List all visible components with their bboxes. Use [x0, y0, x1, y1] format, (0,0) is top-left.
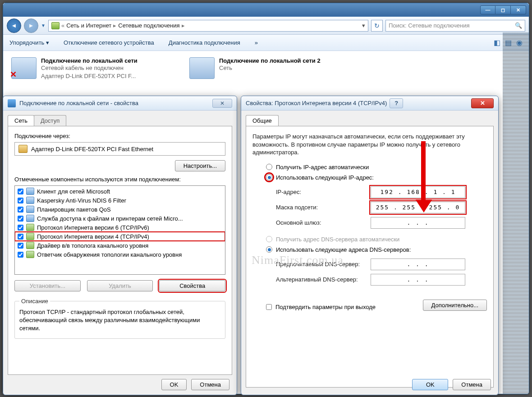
ip-address-input[interactable]: 192 . 168 . 1 . 1: [371, 186, 465, 198]
conn2-status: Сеть: [219, 64, 321, 72]
component-icon: [26, 197, 34, 204]
connection-item-1[interactable]: Подключение по локальной сети Сетевой ка…: [11, 57, 171, 80]
radio-static-dns[interactable]: Использовать следующие адреса DNS-сервер…: [252, 245, 487, 255]
properties-button[interactable]: Свойства: [159, 280, 225, 291]
search-placeholder: Поиск: Сетевые подключения: [389, 22, 470, 29]
components-label: Отмеченные компоненты используются этим …: [14, 176, 225, 183]
component-icon: [26, 251, 34, 258]
minimize-button[interactable]: —: [480, 5, 495, 14]
remove-button[interactable]: Удалить: [87, 280, 153, 291]
dlg1-title-text: Подключение по локальной сети - свойства: [19, 100, 138, 106]
connections-area: Подключение по локальной сети Сетевой ка…: [3, 51, 529, 86]
explorer-toolbar: Упорядочить ▾ Отключение сетевого устрой…: [3, 35, 529, 51]
toolbar-overflow[interactable]: »: [255, 39, 258, 46]
dlg2-titlebar: Свойства: Протокол Интернета версии 4 (T…: [241, 96, 498, 111]
explorer-titlebar: — ◻ ✕: [3, 3, 529, 17]
list-item: Ответчик обнаружения топологии канальног…: [15, 250, 225, 259]
components-list[interactable]: Клиент для сетей Microsoft Kaspersky Ant…: [14, 185, 225, 275]
dlg1-ok-button[interactable]: OK: [161, 379, 187, 390]
history-dropdown-icon[interactable]: ▼: [41, 23, 46, 28]
radio-icon: [266, 174, 272, 180]
radio-icon: [266, 246, 272, 253]
preferred-dns-input[interactable]: . . .: [371, 259, 465, 270]
dlg2-title-text: Свойства: Протокол Интернета версии 4 (T…: [246, 100, 387, 106]
list-item: Клиент для сетей Microsoft: [15, 187, 225, 196]
search-input[interactable]: Поиск: Сетевые подключения 🔍: [385, 20, 525, 32]
close-button[interactable]: ✕: [511, 5, 526, 14]
ipv4-properties-dialog: Свойства: Протокол Интернета версии 4 (T…: [241, 96, 499, 395]
back-button[interactable]: ◄: [7, 18, 21, 33]
component-icon: [26, 206, 34, 213]
adapter-field[interactable]: Адаптер D-Link DFE-520TX PCI Fast Ethern…: [14, 142, 225, 156]
component-icon: [26, 224, 34, 231]
radio-auto-dns: Получить адрес DNS-сервера автоматически: [252, 234, 487, 245]
dlg1-tabs: Сеть Доступ: [3, 111, 237, 126]
component-checkbox[interactable]: [18, 225, 23, 231]
breadcrumb-connections[interactable]: Сетевые подключения: [118, 22, 179, 29]
gateway-label: Основной шлюз:: [276, 219, 371, 226]
radio-static-ip[interactable]: Использовать следующий IP-адрес:: [252, 172, 487, 183]
component-checkbox[interactable]: [18, 243, 23, 249]
component-checkbox[interactable]: [18, 252, 23, 258]
explorer-navbar: ◄ ► ▼ « Сеть и Интернет ▸ Сетевые подклю…: [3, 17, 529, 35]
disable-device-button[interactable]: Отключение сетевого устройства: [64, 39, 154, 46]
connection-item-2[interactable]: Подключение по локальной сети 2 Сеть: [189, 57, 349, 80]
conn1-status: Сетевой кабель не подключен: [41, 64, 138, 72]
forward-button[interactable]: ►: [24, 18, 38, 33]
component-checkbox[interactable]: [18, 189, 23, 194]
dlg2-help-button[interactable]: ?: [390, 98, 403, 108]
tab-general[interactable]: Общие: [246, 115, 279, 126]
component-checkbox[interactable]: [18, 216, 23, 222]
component-checkbox[interactable]: [18, 234, 23, 240]
description-text: Протокол TCP/IP - стандартный протокол г…: [19, 308, 220, 333]
tab-access[interactable]: Доступ: [34, 115, 66, 126]
dlg1-close-button[interactable]: ✕: [212, 99, 232, 108]
network-adapter-icon: [11, 57, 37, 79]
configure-button[interactable]: Настроить...: [175, 160, 225, 171]
list-item: Драйвер в/в тополога канального уровня: [15, 241, 225, 250]
confirm-checkbox[interactable]: [266, 304, 272, 310]
connect-via-label: Подключение через:: [14, 133, 225, 139]
gateway-input[interactable]: . . .: [371, 217, 465, 229]
install-button[interactable]: Установить...: [14, 280, 81, 291]
diagnose-button[interactable]: Диагностика подключения: [169, 39, 240, 46]
description-group: Описание Протокол TCP/IP - стандартный п…: [14, 298, 225, 339]
list-item: Служба доступа к файлам и принтерам сете…: [15, 214, 225, 223]
maximize-button[interactable]: ◻: [495, 5, 511, 14]
component-icon: [26, 215, 34, 222]
dlg2-close-button[interactable]: ✕: [471, 98, 494, 108]
list-item: Планировщик пакетов QoS: [15, 205, 225, 214]
ipv4-intro-text: Параметры IP могут назначаться автоматич…: [252, 133, 487, 157]
subnet-mask-input[interactable]: 255 . 255 . 255 . 0: [371, 202, 465, 213]
component-checkbox[interactable]: [18, 207, 23, 212]
radio-icon: [266, 164, 272, 170]
component-checkbox[interactable]: [18, 198, 23, 203]
advanced-button[interactable]: Дополнительно...: [423, 300, 487, 311]
dlg2-body: Параметры IP могут назначаться автоматич…: [246, 126, 494, 388]
view-thumbnails-icon[interactable]: ◧: [494, 38, 500, 47]
organize-menu[interactable]: Упорядочить ▾: [9, 39, 49, 46]
alternate-dns-label: Альтернативный DNS-сервер:: [276, 276, 371, 283]
address-bar[interactable]: « Сеть и Интернет ▸ Сетевые подключения …: [48, 20, 368, 32]
dlg2-cancel-button[interactable]: Отмена: [453, 379, 491, 390]
dlg2-ok-button[interactable]: OK: [412, 379, 448, 390]
subnet-mask-label: Маска подсети:: [276, 204, 371, 211]
tab-network[interactable]: Сеть: [8, 115, 34, 126]
dlg1-cancel-button[interactable]: Отмена: [191, 379, 229, 390]
breadcrumb-network[interactable]: Сеть и Интернет: [66, 22, 111, 29]
radio-auto-ip[interactable]: Получить IP-адрес автоматически: [252, 162, 487, 172]
component-icon: [26, 233, 34, 240]
alternate-dns-input[interactable]: . . .: [371, 274, 465, 286]
dialog-system-icon: [8, 99, 16, 107]
list-item-ipv4: Протокол Интернета версии 4 (TCP/IPv4): [15, 232, 225, 241]
component-icon: [26, 188, 34, 195]
preferred-dns-label: Предпочитаемый DNS-сервер:: [276, 261, 371, 268]
network-adapter-icon: [189, 57, 215, 79]
conn1-device: Адаптер D-Link DFE-520TX PCI F...: [41, 72, 138, 80]
adapter-name: Адаптер D-Link DFE-520TX PCI Fast Ethern…: [31, 146, 153, 152]
description-legend: Описание: [19, 298, 50, 305]
radio-icon: [266, 236, 272, 242]
component-icon: [26, 242, 34, 249]
background-texture: [503, 32, 529, 394]
refresh-button[interactable]: ↻: [371, 20, 383, 32]
